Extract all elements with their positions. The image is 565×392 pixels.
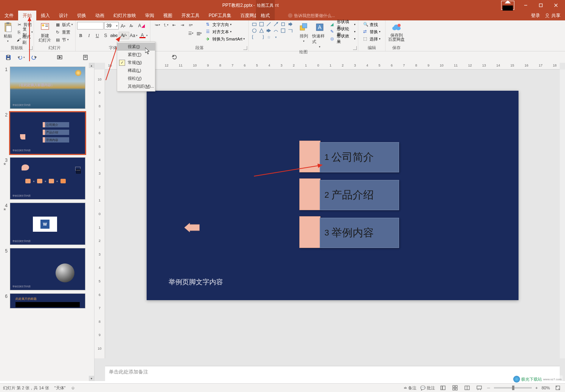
content-item-3[interactable]: 3举例内容: [299, 216, 399, 248]
bold-button[interactable]: B: [77, 32, 85, 39]
arrange-button[interactable]: 排列▾: [297, 21, 311, 43]
spacing-very-loose[interactable]: 很松(V): [117, 74, 155, 82]
tab-design[interactable]: 设计: [54, 11, 73, 20]
select-button[interactable]: ⬚选择▾: [363, 36, 381, 42]
thumbnails-scrollbar[interactable]: ▴▾: [89, 63, 94, 381]
distribute-button[interactable]: ☰▾: [187, 29, 195, 37]
left-arrow-shape[interactable]: [184, 223, 200, 232]
font-family-select[interactable]: [77, 22, 104, 29]
align-text-button[interactable]: ☰对齐文本▾: [206, 28, 245, 35]
svg-marker-58: [145, 48, 149, 54]
save-baidu-button[interactable]: 保存到 百度网盘: [387, 21, 406, 42]
paste-button[interactable]: 粘贴 ▾: [1, 21, 15, 43]
share-button[interactable]: 共享: [545, 12, 560, 19]
italic-button[interactable]: I: [85, 32, 93, 39]
pen-icon: ✎: [330, 29, 336, 34]
comments-toggle[interactable]: 💬 批注: [420, 385, 435, 391]
thumbnail-6[interactable]: 6 此处展片的标题: [0, 292, 94, 310]
undo-button[interactable]: ▾: [17, 54, 25, 61]
normal-view-button[interactable]: [439, 384, 447, 391]
tab-view[interactable]: 视图: [159, 11, 177, 20]
notes-toggle[interactable]: ≐ 备注: [404, 385, 416, 391]
svg-rect-36: [267, 30, 268, 31]
svg-rect-12: [45, 26, 48, 27]
zoom-slider[interactable]: [494, 387, 532, 389]
svg-text:A: A: [318, 24, 322, 30]
save-button[interactable]: [5, 54, 12, 61]
svg-marker-35: [268, 29, 271, 32]
quickstyle-button[interactable]: A 快速样式▾: [312, 21, 327, 48]
shape-effects-button[interactable]: ◎形状效果▾: [330, 36, 356, 42]
tab-review[interactable]: 审阅: [141, 11, 159, 20]
tab-transition[interactable]: 切换: [73, 11, 91, 20]
line-spacing-button[interactable]: ≡▾: [187, 21, 195, 29]
slide-footer-text[interactable]: 举例页脚文字内容: [169, 277, 223, 287]
login-button[interactable]: 登录: [531, 12, 540, 19]
spacing-loose[interactable]: 稀疏(L): [117, 67, 155, 74]
tellme-search[interactable]: 告诉我您想要做什么...: [286, 11, 531, 20]
thumbnail-1[interactable]: 1 （在此处插入标题内容） 举例页脚文字内容: [0, 65, 94, 110]
spacing-more[interactable]: 其他间距(M)...: [117, 82, 155, 90]
accessibility-status[interactable]: ☺: [71, 386, 75, 390]
increase-font-button[interactable]: A▴: [119, 22, 127, 29]
close-button[interactable]: [548, 0, 563, 11]
increase-indent-button[interactable]: ⇥: [179, 21, 186, 29]
language-status[interactable]: "天体": [54, 385, 66, 391]
svg-rect-70: [455, 386, 457, 387]
tab-pdftools[interactable]: PDF工具集: [204, 11, 236, 20]
slide-canvas[interactable]: 1公司简介 2产品介绍 3举例内容 举例页脚文字内容: [147, 91, 519, 300]
drawing-dialog-launcher[interactable]: [353, 46, 357, 50]
reading-view-button[interactable]: [463, 384, 471, 391]
bullets-button[interactable]: ≔▾: [154, 21, 161, 29]
fit-window-button[interactable]: [554, 384, 562, 391]
qat-refresh-button[interactable]: [171, 54, 178, 61]
columns-button[interactable]: ▥▾: [195, 29, 203, 37]
section-button[interactable]: ▤节▾: [55, 36, 73, 43]
editor-vertical-scrollbar[interactable]: [560, 70, 565, 358]
decrease-font-button[interactable]: A▾: [128, 22, 135, 29]
justify-button[interactable]: [179, 29, 186, 37]
thumbnail-3[interactable]: 3★ ▤ ● ● ● 举例页脚文字内容: [0, 156, 94, 201]
clear-formatting-button[interactable]: A◢: [136, 22, 144, 29]
maximize-button[interactable]: [533, 0, 548, 11]
qat-properties-button[interactable]: [82, 54, 89, 61]
canvas-area[interactable]: 1公司简介 2产品介绍 3举例内容 举例页脚文字内容: [105, 70, 560, 358]
replace-button[interactable]: ⇄替换▾: [363, 28, 381, 35]
align-center-button[interactable]: [162, 29, 170, 37]
text-direction-button[interactable]: ⇅文字方向▾: [206, 21, 245, 28]
slideshow-view-button[interactable]: [475, 384, 483, 391]
tab-file[interactable]: 文件: [0, 11, 18, 20]
thumbnail-5[interactable]: 5 举例页脚文字内容: [0, 246, 94, 292]
convert-smartart-button[interactable]: ⬗转换为 SmartArt▾: [206, 36, 245, 42]
change-case-button[interactable]: Aa: [130, 32, 138, 39]
qat-slideshow-button[interactable]: [56, 54, 63, 61]
tab-slideshow[interactable]: 幻灯片放映: [109, 11, 141, 20]
reset-button[interactable]: ↻重置: [55, 29, 73, 36]
group-label-save: 保存: [388, 44, 405, 51]
zoom-percent[interactable]: 80%: [542, 386, 550, 390]
find-button[interactable]: 🔍查找: [363, 21, 381, 28]
thumbnail-2[interactable]: 2 公司简介 产品介绍 举例内容 举例页脚文字内容: [0, 110, 94, 156]
numbering-button[interactable]: ⒈▾: [162, 21, 170, 29]
smartart-icon: ⬗: [206, 36, 211, 42]
layout-button[interactable]: ▦版式▾: [55, 21, 73, 28]
tab-format[interactable]: 格式: [256, 11, 275, 20]
decrease-indent-button[interactable]: ⇤: [170, 21, 178, 29]
font-size-select[interactable]: 39: [104, 22, 119, 29]
minimize-button[interactable]: [518, 0, 533, 11]
thumbnail-4[interactable]: 4★ W 举例页脚文字内容: [0, 201, 94, 246]
text-direction-icon: ⇅: [206, 22, 211, 27]
content-item-2[interactable]: 2产品介绍: [299, 178, 399, 210]
spacing-normal[interactable]: ✓常规(N): [117, 59, 155, 67]
tab-animation[interactable]: 动画: [91, 11, 109, 20]
tab-developer[interactable]: 开发工具: [177, 11, 204, 20]
align-left-button[interactable]: [154, 29, 161, 37]
shapes-gallery[interactable]: ☆ ▾: [251, 21, 296, 40]
ribbon-display-options[interactable]: [501, 1, 514, 10]
align-right-button[interactable]: [170, 29, 178, 37]
underline-button[interactable]: U: [94, 32, 101, 39]
paragraph-dialog-launcher[interactable]: [243, 46, 247, 50]
sorter-view-button[interactable]: [451, 384, 459, 391]
font-color-button[interactable]: A: [138, 32, 149, 39]
notes-pane[interactable]: 单击此处添加备注: [105, 366, 560, 381]
